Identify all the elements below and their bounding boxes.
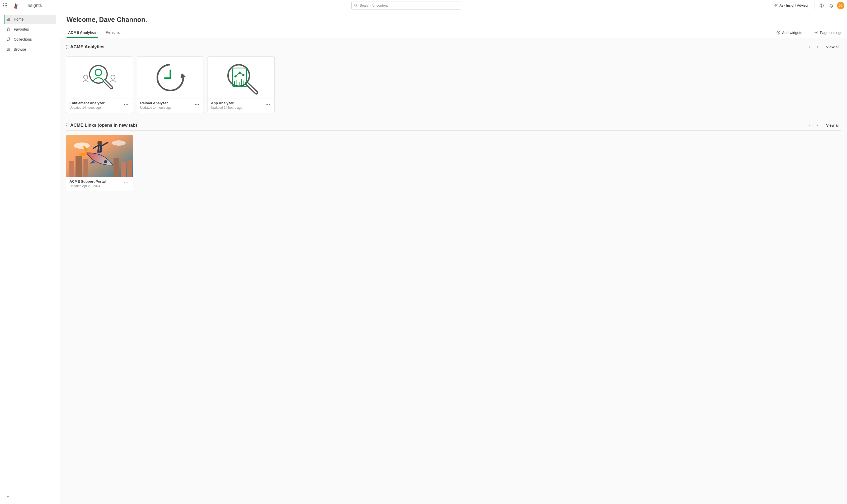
card-support-portal[interactable]: ACME Support Portal Updated Apr 23, 2024 <box>66 135 133 191</box>
sidebar-item-label: Collections <box>14 37 32 41</box>
view-all-button[interactable]: View all <box>823 44 841 50</box>
svg-point-81 <box>126 182 126 183</box>
card-subtitle: Updated 14 hours ago <box>211 106 242 109</box>
svg-point-36 <box>84 75 88 79</box>
search-icon <box>354 3 358 8</box>
drag-handle-icon[interactable] <box>66 45 69 49</box>
divider <box>814 2 815 9</box>
page-settings-button[interactable]: Page settings <box>812 30 844 36</box>
sidebar-item-favorites[interactable]: Favorites <box>4 25 56 34</box>
svg-point-68 <box>74 143 90 149</box>
view-all-label: View all <box>826 45 840 49</box>
card-entitlement-analyzer[interactable]: Entitlement Analyzer Updated 14 hours ag… <box>66 56 133 113</box>
search-input[interactable] <box>359 3 459 7</box>
svg-point-9 <box>15 3 16 4</box>
card-subtitle: Updated Apr 23, 2024 <box>69 184 106 188</box>
svg-rect-8 <box>6 6 7 7</box>
more-icon[interactable] <box>194 101 200 108</box>
help-icon[interactable] <box>818 2 825 9</box>
svg-line-48 <box>247 84 256 92</box>
more-icon[interactable] <box>123 101 130 108</box>
sidebar-item-browse[interactable]: Browse <box>4 45 56 54</box>
svg-point-64 <box>68 125 69 126</box>
svg-rect-0 <box>3 3 4 4</box>
bookmark-icon <box>6 37 11 41</box>
notifications-icon[interactable] <box>827 2 835 9</box>
section-title: ACME Analytics <box>70 44 105 50</box>
cards: Entitlement Analyzer Updated 14 hours ag… <box>63 56 844 113</box>
sidebar-item-label: Browse <box>14 47 26 52</box>
tab-personal[interactable]: Personal <box>104 29 122 38</box>
svg-point-82 <box>127 182 128 183</box>
drag-handle-icon[interactable] <box>66 123 69 127</box>
card-reload-analyzer[interactable]: Reload Analyzer Updated 14 hours ago <box>137 56 204 113</box>
content: Home Favorites Collections Browse <box>0 11 847 504</box>
svg-point-29 <box>68 47 69 48</box>
tab-acme-analytics[interactable]: ACME Analytics <box>67 29 98 38</box>
svg-rect-75 <box>127 160 132 177</box>
svg-point-65 <box>66 127 67 127</box>
sidebar-item-label: Home <box>14 17 23 21</box>
ask-advisor-button[interactable]: Ask Insight Advisor <box>771 2 811 9</box>
svg-rect-72 <box>84 159 88 177</box>
tabs: ACME Analytics Personal <box>67 29 122 38</box>
view-all-button[interactable]: View all <box>823 123 841 128</box>
plus-circle-icon <box>776 31 780 35</box>
svg-rect-71 <box>75 156 82 177</box>
card-app-analyzer[interactable]: App Analyzer Updated 14 hours ago <box>208 56 275 113</box>
svg-rect-7 <box>5 6 5 7</box>
tabs-row: ACME Analytics Personal Add widgets <box>60 29 847 38</box>
sidebar: Home Favorites Collections Browse <box>0 11 60 504</box>
svg-point-10 <box>355 4 357 6</box>
sidebar-item-collections[interactable]: Collections <box>4 35 56 44</box>
card-thumb <box>137 57 204 98</box>
card-thumb <box>208 57 274 98</box>
svg-point-38 <box>124 104 125 105</box>
card-subtitle: Updated 14 hours ago <box>140 106 172 109</box>
svg-point-31 <box>68 48 69 49</box>
svg-point-37 <box>111 75 115 79</box>
section-title: ACME Links (opens in new tab) <box>70 123 137 128</box>
chevron-left-icon[interactable] <box>806 43 813 50</box>
svg-point-63 <box>66 125 67 126</box>
svg-point-30 <box>66 48 67 49</box>
add-widgets-button[interactable]: Add widgets <box>774 30 804 36</box>
svg-rect-4 <box>5 5 5 6</box>
svg-rect-79 <box>99 146 100 151</box>
search-box[interactable] <box>351 2 461 10</box>
section-acme-analytics: ACME Analytics View all <box>63 42 844 113</box>
header-left: Insights <box>3 1 42 10</box>
app-logo <box>11 1 21 10</box>
svg-point-60 <box>269 104 269 105</box>
header-center <box>42 2 771 10</box>
chevron-left-icon[interactable] <box>806 122 813 129</box>
svg-point-39 <box>126 104 126 105</box>
app-launcher-icon[interactable] <box>3 3 8 8</box>
page-title: Welcome, Dave Channon. <box>67 16 841 23</box>
main: Welcome, Dave Channon. ACME Analytics Pe… <box>60 11 847 504</box>
more-icon[interactable] <box>123 179 130 186</box>
section-acme-links: ACME Links (opens in new tab) View all <box>63 121 844 191</box>
more-icon[interactable] <box>264 101 271 108</box>
svg-point-61 <box>66 124 67 124</box>
svg-point-62 <box>68 124 69 124</box>
tab-label: Personal <box>106 30 120 35</box>
view-all-label: View all <box>826 123 840 127</box>
svg-point-66 <box>68 127 69 127</box>
sidebar-item-home[interactable]: Home <box>4 15 56 24</box>
svg-point-45 <box>198 104 199 105</box>
tab-label: ACME Analytics <box>68 30 96 35</box>
svg-rect-15 <box>8 18 8 21</box>
avatar-initials: DC <box>839 4 843 7</box>
chevron-right-icon[interactable] <box>814 43 820 50</box>
avatar[interactable]: DC <box>837 2 844 9</box>
card-subtitle: Updated 14 hours ago <box>69 106 105 109</box>
svg-point-26 <box>66 45 67 46</box>
add-widgets-label: Add widgets <box>782 31 802 35</box>
chevron-right-icon[interactable] <box>814 122 820 129</box>
svg-rect-2 <box>6 3 7 4</box>
home-analytics-icon <box>6 17 11 21</box>
collapse-sidebar-icon[interactable] <box>4 493 11 500</box>
card-title: ACME Support Portal <box>69 179 106 183</box>
svg-point-25 <box>816 32 817 33</box>
